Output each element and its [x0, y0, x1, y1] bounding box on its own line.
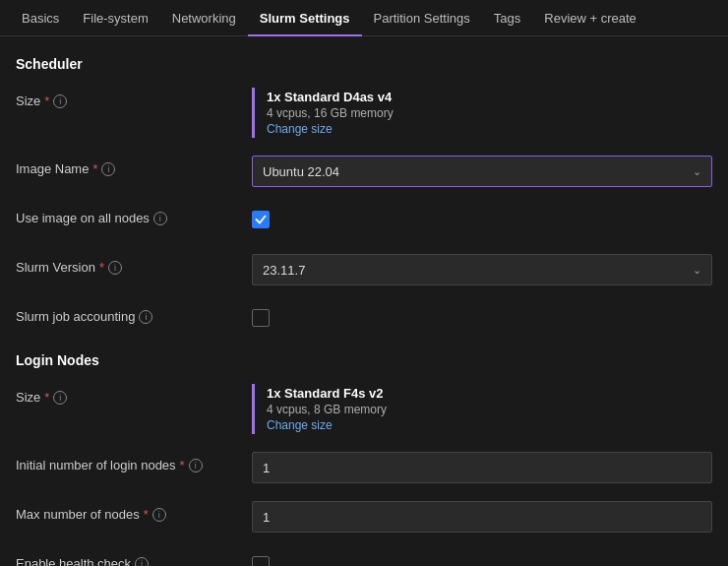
login-size-value: 1x Standard F4s v2 4 vcpus, 8 GB memory …	[252, 384, 712, 434]
initial-login-nodes-row: Initial number of login nodes * i	[16, 452, 712, 483]
initial-login-nodes-label: Initial number of login nodes * i	[16, 452, 252, 472]
image-name-info-icon[interactable]: i	[101, 162, 115, 176]
scheduler-size-name: 1x Standard D4as v4	[267, 90, 712, 104]
initial-login-nodes-value	[252, 452, 712, 483]
main-content: Scheduler Size * i 1x Standard D4as v4 4…	[0, 36, 728, 566]
scheduler-heading: Scheduler	[16, 56, 712, 72]
login-size-required: *	[44, 390, 49, 405]
health-check-checkbox[interactable]	[252, 556, 270, 566]
scheduler-size-value: 1x Standard D4as v4 4 vcpus, 16 GB memor…	[252, 88, 712, 138]
image-name-row: Image Name * i Ubuntu 22.04 ⌄	[16, 156, 712, 187]
nav-tabs: Basics File-system Networking Slurm Sett…	[0, 0, 728, 36]
scheduler-size-info-icon[interactable]: i	[53, 94, 67, 108]
slurm-job-accounting-checkbox[interactable]	[252, 309, 270, 327]
initial-login-nodes-input[interactable]	[252, 452, 712, 483]
login-size-block: 1x Standard F4s v2 4 vcpus, 8 GB memory …	[252, 384, 712, 434]
scheduler-size-label: Size * i	[16, 88, 252, 108]
tab-review[interactable]: Review + create	[532, 0, 648, 36]
use-image-value	[252, 205, 712, 228]
slurm-job-accounting-checkbox-container	[252, 303, 712, 327]
image-name-dropdown[interactable]: Ubuntu 22.04 ⌄	[252, 156, 712, 187]
use-image-row: Use image on all nodes i	[16, 205, 712, 236]
tab-basics[interactable]: Basics	[10, 0, 71, 36]
health-check-row: Enable health check i	[16, 550, 712, 566]
scheduler-size-detail: 4 vcpus, 16 GB memory	[267, 106, 712, 120]
login-size-label: Size * i	[16, 384, 252, 405]
slurm-version-required: *	[99, 260, 104, 275]
slurm-job-accounting-label: Slurm job accounting i	[16, 303, 252, 324]
use-image-checkbox[interactable]	[252, 211, 270, 228]
slurm-version-dropdown[interactable]: 23.11.7 ⌄	[252, 254, 712, 285]
image-name-label: Image Name * i	[16, 156, 252, 176]
login-size-detail: 4 vcpus, 8 GB memory	[267, 403, 712, 416]
slurm-job-accounting-row: Slurm job accounting i	[16, 303, 712, 335]
login-change-size-link[interactable]: Change size	[267, 418, 712, 432]
tab-networking[interactable]: Networking	[160, 0, 248, 36]
initial-login-nodes-info-icon[interactable]: i	[189, 459, 203, 472]
max-nodes-input[interactable]	[252, 501, 712, 533]
image-name-value: Ubuntu 22.04 ⌄	[252, 156, 712, 187]
login-nodes-heading: Login Nodes	[16, 352, 712, 368]
login-size-info-icon[interactable]: i	[53, 391, 67, 405]
use-image-checkbox-container	[252, 205, 712, 228]
image-name-chevron-icon: ⌄	[693, 165, 701, 178]
health-check-info-icon[interactable]: i	[135, 557, 149, 567]
slurm-version-chevron-icon: ⌄	[693, 264, 701, 277]
max-nodes-row: Max number of nodes * i	[16, 501, 712, 533]
image-name-required: *	[92, 161, 97, 176]
slurm-version-label: Slurm Version * i	[16, 254, 252, 275]
scheduler-size-block: 1x Standard D4as v4 4 vcpus, 16 GB memor…	[252, 88, 712, 138]
max-nodes-value	[252, 501, 712, 533]
scheduler-size-required: *	[44, 94, 49, 108]
use-image-label: Use image on all nodes i	[16, 205, 252, 225]
login-size-name: 1x Standard F4s v2	[267, 386, 712, 401]
image-name-selected: Ubuntu 22.04	[263, 164, 339, 179]
tab-partition[interactable]: Partition Settings	[362, 0, 482, 36]
scheduler-size-row: Size * i 1x Standard D4as v4 4 vcpus, 16…	[16, 88, 712, 138]
tab-slurm[interactable]: Slurm Settings	[248, 0, 362, 36]
tab-tags[interactable]: Tags	[482, 0, 532, 36]
max-nodes-label: Max number of nodes * i	[16, 501, 252, 522]
health-check-label: Enable health check i	[16, 550, 252, 566]
slurm-job-accounting-info-icon[interactable]: i	[139, 310, 152, 324]
max-nodes-required: *	[144, 507, 149, 522]
use-image-info-icon[interactable]: i	[153, 212, 167, 225]
slurm-version-info-icon[interactable]: i	[108, 261, 122, 275]
max-nodes-info-icon[interactable]: i	[152, 508, 166, 522]
tab-filesystem[interactable]: File-system	[71, 0, 159, 36]
initial-login-nodes-required: *	[180, 458, 185, 472]
slurm-version-selected: 23.11.7	[263, 263, 305, 278]
scheduler-change-size-link[interactable]: Change size	[267, 122, 712, 136]
health-check-checkbox-container	[252, 550, 712, 566]
slurm-version-value: 23.11.7 ⌄	[252, 254, 712, 285]
slurm-job-accounting-value	[252, 303, 712, 327]
health-check-value	[252, 550, 712, 566]
login-size-row: Size * i 1x Standard F4s v2 4 vcpus, 8 G…	[16, 384, 712, 434]
slurm-version-row: Slurm Version * i 23.11.7 ⌄	[16, 254, 712, 285]
checkmark-icon	[255, 214, 267, 225]
